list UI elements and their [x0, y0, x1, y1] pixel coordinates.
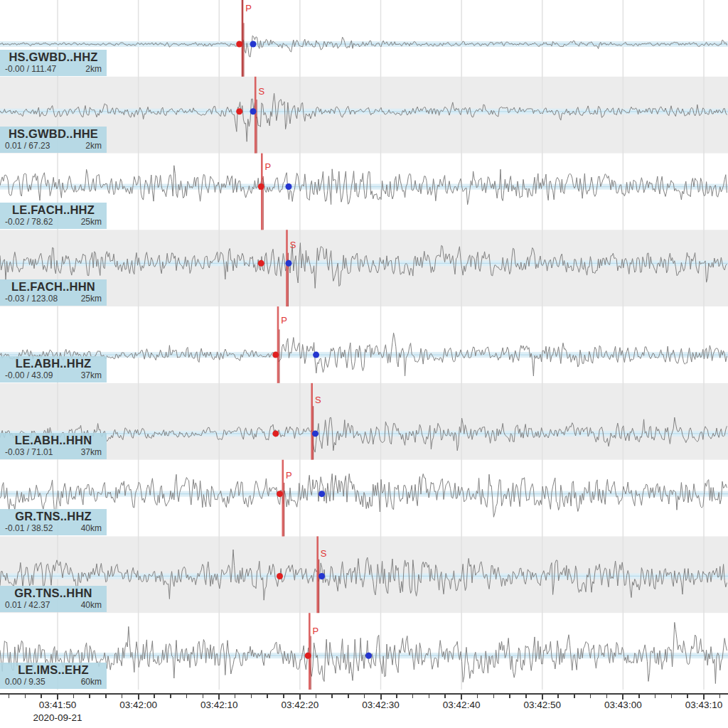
minor-tick — [25, 695, 26, 698]
minor-tick — [364, 695, 365, 698]
major-tick — [380, 695, 382, 700]
trace-station-label: GR.TNS..HHZ — [0, 510, 107, 523]
major-tick — [461, 695, 462, 700]
minor-tick — [267, 695, 268, 698]
trace-distance-label: 2km — [85, 141, 102, 151]
phase-pick-label: P — [313, 626, 319, 636]
trace-label-box[interactable]: LE.IMS..EHZ0.00 / 9.3560km — [0, 663, 107, 689]
trace-minmax-label: -0.01 / 38.52 — [5, 523, 53, 534]
trace-stats-row: 0.01 / 67.232km — [0, 141, 107, 151]
trace-distance-label: 60km — [81, 677, 102, 687]
trace-stats-row: -0.00 / 111.472km — [0, 64, 107, 75]
time-tick-label: 03:42:50 — [523, 700, 561, 710]
major-tick — [703, 695, 705, 700]
trace-distance-label: 2km — [85, 64, 102, 75]
minor-tick — [638, 695, 640, 698]
minor-tick — [316, 695, 317, 698]
trace-stats-row: -0.03 / 123.0825km — [0, 294, 107, 304]
trace-station-label: LE.FACH..HHN — [0, 280, 107, 294]
minor-tick — [493, 695, 495, 698]
minor-tick — [235, 695, 236, 698]
minor-tick — [606, 695, 608, 698]
trace-distance-label: 25km — [81, 217, 102, 228]
trace-label-box[interactable]: HS.GWBD..HHZ-0.00 / 111.472km — [0, 50, 107, 76]
trace-minmax-label: -0.00 / 111.47 — [5, 64, 56, 75]
phase-pick-label: P — [281, 316, 287, 326]
trace-label-box[interactable]: LE.ABH..HHN-0.03 / 71.0137km — [0, 433, 107, 459]
time-tick-label: 03:43:00 — [604, 700, 642, 710]
trace-distance-label: 25km — [81, 294, 102, 304]
major-tick — [57, 695, 58, 700]
trace-distance-label: 37km — [81, 370, 102, 381]
trace-distance-label: 40km — [81, 523, 102, 534]
minor-tick — [525, 695, 527, 698]
phase-pick-label: P — [286, 471, 292, 481]
time-tick-label: 03:41:50 — [39, 700, 77, 710]
trace-stats-row: 0.01 / 42.3740km — [0, 600, 107, 611]
major-tick — [542, 695, 543, 700]
trace-labels-layer: PHS.GWBD..HHZ-0.00 / 111.472kmSHS.GWBD..… — [0, 0, 728, 690]
trace-stats-row: -0.00 / 43.0937km — [0, 370, 107, 381]
date-label: 2020-09-21 — [33, 712, 82, 723]
minor-tick — [509, 695, 510, 698]
time-tick-label: 03:42:20 — [282, 700, 319, 710]
trace-station-label: LE.IMS..EHZ — [0, 663, 107, 677]
trace-stats-row: 0.00 / 9.3560km — [0, 677, 107, 687]
minor-tick — [170, 695, 171, 698]
minor-tick — [412, 695, 414, 698]
trace-label-box[interactable]: GR.TNS..HHN0.01 / 42.3740km — [0, 586, 107, 612]
time-tick-label: 03:42:40 — [443, 700, 481, 710]
trace-stats-row: -0.03 / 71.0137km — [0, 447, 107, 458]
trace-label-box[interactable]: GR.TNS..HHZ-0.01 / 38.5240km — [0, 509, 107, 535]
trace-label-box[interactable]: LE.FACH..HHZ-0.02 / 78.6225km — [0, 203, 107, 229]
phase-pick-label: P — [264, 162, 271, 172]
major-tick — [218, 695, 220, 700]
minor-tick — [687, 695, 688, 698]
minor-tick — [590, 695, 592, 698]
trace-station-label: HS.GWBD..HHZ — [0, 50, 107, 64]
minor-tick — [186, 695, 188, 698]
minor-tick — [283, 695, 284, 698]
phase-pick-label: S — [290, 240, 296, 250]
minor-tick — [331, 695, 333, 698]
minor-tick — [73, 695, 75, 698]
trace-minmax-label: 0.01 / 42.37 — [5, 600, 50, 611]
minor-tick — [348, 695, 349, 698]
trace-station-label: LE.ABH..HHZ — [0, 357, 107, 370]
major-tick — [299, 695, 301, 700]
minor-tick — [154, 695, 155, 698]
trace-minmax-label: -0.03 / 123.08 — [5, 294, 58, 304]
trace-minmax-label: -0.00 / 43.09 — [5, 370, 53, 381]
major-tick — [622, 695, 623, 700]
trace-distance-label: 40km — [81, 600, 102, 611]
trace-station-label: HS.GWBD..HHE — [0, 127, 107, 141]
trace-label-box[interactable]: LE.FACH..HHN-0.03 / 123.0825km — [0, 279, 107, 306]
major-tick — [138, 695, 139, 700]
minor-tick — [574, 695, 575, 698]
phase-pick-label: S — [321, 549, 327, 559]
trace-label-box[interactable]: LE.ABH..HHZ-0.00 / 43.0937km — [0, 356, 107, 382]
trace-station-label: LE.FACH..HHZ — [0, 203, 107, 217]
time-tick-label: 03:42:10 — [200, 700, 238, 710]
phase-pick-label: S — [258, 87, 264, 97]
seismogram-viewer: PHS.GWBD..HHZ-0.00 / 111.472kmSHS.GWBD..… — [0, 0, 728, 728]
time-tick-label: 03:42:00 — [119, 700, 157, 710]
minor-tick — [655, 695, 656, 698]
time-axis: 2020-09-21 03:41:5003:42:0003:42:1003:42… — [0, 690, 728, 728]
minor-tick — [444, 695, 446, 698]
trace-distance-label: 37km — [81, 447, 102, 458]
phase-pick-label: S — [315, 395, 321, 405]
minor-tick — [477, 695, 478, 698]
time-tick-label: 03:42:30 — [362, 700, 400, 710]
minor-tick — [203, 695, 204, 698]
minor-tick — [89, 695, 90, 698]
minor-tick — [671, 695, 673, 698]
trace-minmax-label: -0.03 / 71.01 — [5, 447, 53, 458]
trace-station-label: LE.ABH..HHN — [0, 434, 107, 447]
trace-minmax-label: -0.02 / 78.62 — [5, 217, 53, 228]
minor-tick — [396, 695, 397, 698]
trace-minmax-label: 0.01 / 67.23 — [5, 141, 50, 151]
minor-tick — [105, 695, 107, 698]
minor-tick — [41, 695, 42, 698]
trace-label-box[interactable]: HS.GWBD..HHE0.01 / 67.232km — [0, 127, 107, 153]
